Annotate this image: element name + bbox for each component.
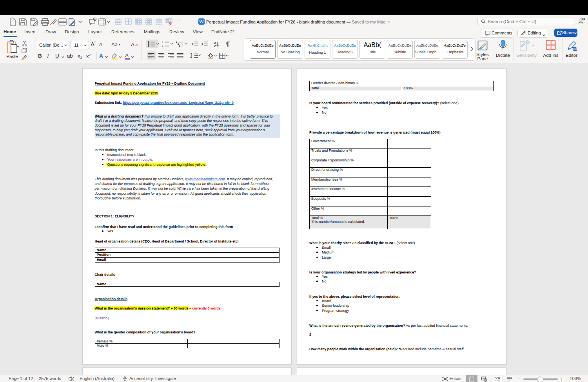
svg-text:2: 2 <box>162 45 163 47</box>
svg-text:Z: Z <box>214 44 216 47</box>
svg-text:1: 1 <box>162 41 163 43</box>
